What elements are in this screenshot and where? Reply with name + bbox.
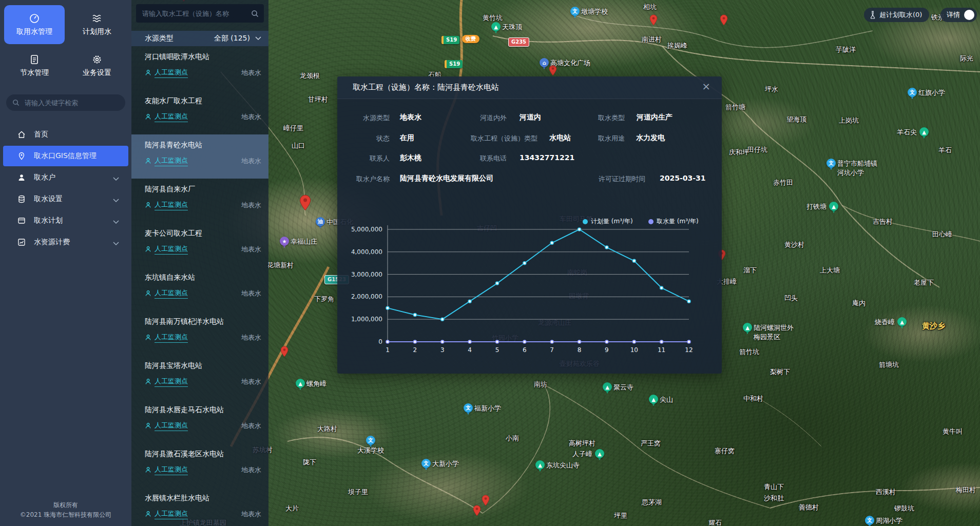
detail-toggle-label: 详情 <box>947 10 960 20</box>
sidebar-item-4[interactable]: 取水设置 <box>3 189 128 209</box>
poi-label: 幸福山庄 <box>291 237 317 246</box>
module-grid: 取用水管理计划用水节水管理业务设置 <box>0 0 131 86</box>
poi-label: 烧香嶂 <box>875 318 895 327</box>
map-label: 吉告村 <box>873 217 893 226</box>
map-pin-red[interactable] <box>649 14 658 26</box>
person-icon <box>145 333 151 343</box>
monitor-type-link[interactable]: 人工监测点 <box>155 333 188 343</box>
map-label: 羊石 <box>938 146 952 155</box>
svg-text:9: 9 <box>605 346 609 354</box>
map-label: 芋陂洋 <box>836 45 856 54</box>
source-type-filter[interactable]: 水源类型 全部 (125) <box>131 31 268 46</box>
station-list-item[interactable]: 麦卡公司取水工程人工监测点地表水 <box>131 223 268 267</box>
poi-label: 羊石尖 <box>897 128 917 137</box>
module-3[interactable]: 节水管理 <box>4 46 65 85</box>
legend-label: 计划量 (m³/年) <box>591 217 633 226</box>
station-list-item[interactable]: 陆河县水唇走马石水电站人工监测点地表水 <box>131 399 268 443</box>
station-list-item[interactable]: 陆河县激石溪老区水电站人工监测点地表水 <box>131 443 268 488</box>
water-source-label: 地表水 <box>241 465 261 475</box>
station-search-box[interactable] <box>136 4 264 23</box>
module-1[interactable]: 取用水管理 <box>4 5 65 44</box>
monitor-type-link[interactable]: 人工监测点 <box>155 421 188 431</box>
monitor-type-link[interactable]: 人工监测点 <box>155 377 188 387</box>
map-label: 梅田村 <box>956 485 976 495</box>
legend-dot <box>583 219 588 224</box>
station-name: 陆河县水唇走马石水电站 <box>145 404 261 415</box>
map-pin-red[interactable] <box>280 346 289 357</box>
map-label: 相坑 <box>643 3 657 12</box>
copyright-line2: ©2021 珠海市仁智科技有限公司 <box>0 510 131 520</box>
station-list-item[interactable]: 东坑镇自来水站人工监测点地表水 <box>131 267 268 311</box>
sidebar-item-2[interactable]: 取水口GIS信息管理 <box>3 146 128 166</box>
map-label: 南坊 <box>534 380 547 389</box>
gear-icon <box>92 54 102 65</box>
sidebar-item-3[interactable]: 取水户 <box>3 167 128 188</box>
map-label: 坪里 <box>614 511 627 520</box>
over-plan-intake-badge[interactable]: 超计划取水(0) <box>864 8 929 22</box>
svg-text:12: 12 <box>685 346 693 354</box>
station-list-item[interactable]: 友能水厂取水工程人工监测点地表水 <box>131 90 268 134</box>
station-list-item[interactable]: 陆河县南万镇杞洋水电站人工监测点地表水 <box>131 311 268 355</box>
svg-text:6: 6 <box>523 346 527 354</box>
toggle-knob[interactable] <box>964 10 974 20</box>
svg-text:5,000,000: 5,000,000 <box>351 226 382 233</box>
sidebar-item-1[interactable]: 首页 <box>3 124 128 145</box>
sidebar-item-6[interactable]: 水资源计费 <box>3 232 128 252</box>
sidebar-search-input[interactable] <box>24 99 119 107</box>
map-label: 箭塘坑 <box>879 360 899 369</box>
map-pin-red[interactable] <box>473 505 481 516</box>
map-label: 坝子里 <box>348 488 368 497</box>
detail-toggle[interactable]: 详情 <box>940 8 977 22</box>
module-label: 节水管理 <box>20 68 49 77</box>
poi-label: 尖山 <box>660 395 673 404</box>
map-label: 箭竹坑 <box>739 347 759 357</box>
map-label: 下罗角 <box>314 295 334 304</box>
map-pin-red[interactable] <box>720 14 728 26</box>
filter-value[interactable]: 全部 (125) <box>214 34 250 43</box>
monitor-type-link[interactable]: 人工监测点 <box>155 244 188 255</box>
map-label: 箭竹塘 <box>725 103 745 112</box>
legend-item[interactable]: 取水量 (m³/年) <box>648 217 699 226</box>
monitor-type-link[interactable]: 人工监测点 <box>155 288 188 299</box>
poi-label: 陆河螺洞世外梅园景区 <box>754 323 794 342</box>
station-search-input[interactable] <box>141 9 251 18</box>
station-list-item[interactable]: 陆河县宝塔水电站人工监测点地表水 <box>131 355 268 399</box>
poi-label: 螺角嶂 <box>306 379 326 388</box>
sidebar-item-5[interactable]: 取水计划 <box>3 210 128 231</box>
map-label: 梨树下 <box>770 367 790 377</box>
database-icon <box>17 195 26 203</box>
legend-label: 取水量 (m³/年) <box>657 217 699 226</box>
map-label: 山口 <box>292 141 305 150</box>
svg-text:1: 1 <box>386 346 390 354</box>
meter-icon <box>29 13 40 24</box>
sidebar-search-box[interactable] <box>6 94 125 111</box>
person-icon <box>145 289 151 299</box>
map-label: 沙和肚 <box>764 494 784 503</box>
filter-label: 水源类型 <box>145 34 174 43</box>
monitor-type-link[interactable]: 人工监测点 <box>155 465 188 475</box>
monitor-type-link[interactable]: 人工监测点 <box>155 68 188 78</box>
station-name: 友能水厂取水工程 <box>145 95 261 106</box>
poi-label: 东坑尖山寺 <box>546 461 580 470</box>
station-list-item[interactable]: 水唇镇水栏肚水电站人工监测点地表水 <box>131 488 268 526</box>
monitor-type-link[interactable]: 人工监测点 <box>155 200 188 210</box>
map-pin-red[interactable] <box>299 194 308 206</box>
monitor-type-link[interactable]: 人工监测点 <box>155 509 188 519</box>
module-4[interactable]: 业务设置 <box>67 46 127 85</box>
monitor-type-link[interactable]: 人工监测点 <box>155 156 188 166</box>
water-source-label: 地表水 <box>241 333 261 342</box>
map-label: 高树坪村 <box>569 439 595 448</box>
station-list-item[interactable]: 陆河县青砼水电站人工监测点地表水 <box>131 134 268 179</box>
legend-item[interactable]: 计划量 (m³/年) <box>583 217 633 226</box>
module-2[interactable]: 计划用水 <box>67 5 127 44</box>
station-name: 陆河县宝塔水电站 <box>145 360 261 371</box>
station-list-item[interactable]: 河口镇唱歌潭水电站人工监测点地表水 <box>131 46 268 90</box>
person-icon <box>145 201 151 210</box>
map-label: 上大塘 <box>820 266 840 275</box>
chevron-down-icon <box>113 239 119 247</box>
map-label: 挨娓峰 <box>667 41 687 50</box>
station-list-item[interactable]: 陆河县自来水厂人工监测点地表水 <box>131 179 268 223</box>
monitor-type-link[interactable]: 人工监测点 <box>155 112 188 122</box>
chevron-down-icon <box>255 36 261 41</box>
map-pin-red[interactable] <box>482 495 490 506</box>
